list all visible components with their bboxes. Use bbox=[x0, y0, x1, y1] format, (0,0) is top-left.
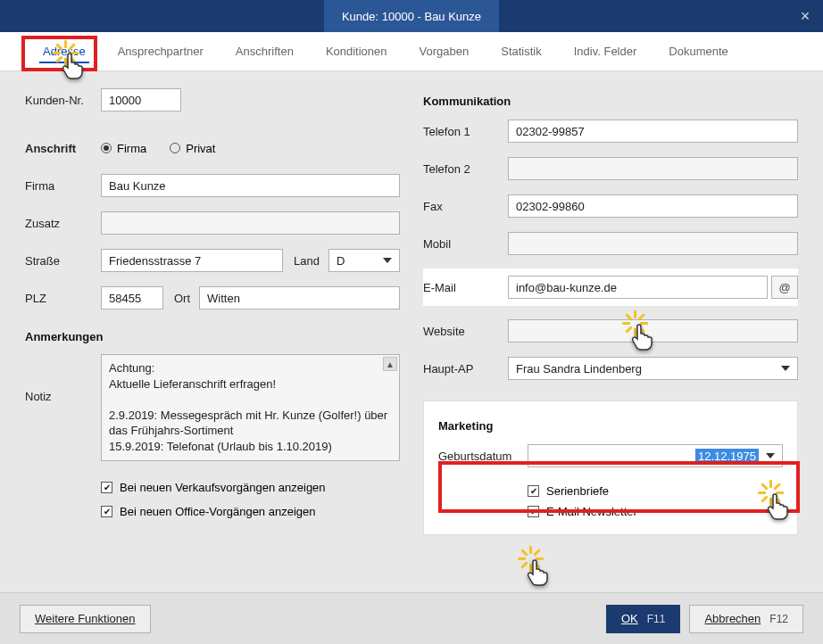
kunden-nr-field[interactable]: 10000 bbox=[101, 88, 181, 111]
zusatz-field[interactable] bbox=[101, 211, 400, 235]
caret-down-icon bbox=[781, 366, 790, 371]
ok-label: OK bbox=[621, 612, 638, 625]
close-icon[interactable]: × bbox=[787, 0, 823, 32]
label-zusatz: Zusatz bbox=[25, 217, 101, 230]
geburtsdatum-value: 12.12.1975 bbox=[695, 449, 759, 464]
tab-vorgaben[interactable]: Vorgaben bbox=[403, 32, 486, 70]
marketing-heading: Marketing bbox=[438, 419, 783, 433]
haupt-ap-value: Frau Sandra Lindenberg bbox=[516, 362, 642, 376]
caret-down-icon bbox=[766, 453, 775, 458]
anmerkungen-heading: Anmerkungen bbox=[25, 330, 400, 343]
scroll-up-icon[interactable]: ▲ bbox=[383, 357, 397, 371]
tab-indiv-felder[interactable]: Indiv. Felder bbox=[558, 32, 653, 70]
label-mobil: Mobil bbox=[423, 237, 508, 251]
tab-ansprechpartner[interactable]: Ansprechpartner bbox=[102, 32, 220, 70]
label-haupt-ap: Haupt-AP bbox=[423, 362, 508, 376]
plz-field[interactable]: 58455 bbox=[101, 286, 163, 310]
left-column: Kunden-Nr. 10000 Anschrift Firma Privat … bbox=[25, 87, 400, 585]
tab-adresse[interactable]: Adresse bbox=[27, 32, 102, 70]
titlebar: Kunde: 10000 - Bau Kunze × bbox=[0, 0, 823, 32]
marketing-section: Marketing Geburtsdatum 12.12.1975 Serien… bbox=[423, 400, 798, 535]
label-notiz: Notiz bbox=[25, 354, 101, 403]
radio-dot-icon bbox=[101, 143, 112, 153]
tab-statistik[interactable]: Statistik bbox=[485, 32, 558, 70]
strasse-field[interactable]: Friedensstrasse 7 bbox=[101, 249, 283, 272]
firma-field[interactable]: Bau Kunze bbox=[101, 174, 400, 197]
customer-window: Kunde: 10000 - Bau Kunze × Adresse Anspr… bbox=[0, 0, 823, 644]
chk-serienbriefe-label: Serienbriefe bbox=[546, 484, 609, 498]
chk-serienbriefe[interactable] bbox=[528, 485, 539, 497]
form-body: Kunden-Nr. 10000 Anschrift Firma Privat … bbox=[0, 71, 823, 592]
window-title: Kunde: 10000 - Bau Kunze bbox=[324, 0, 499, 32]
chk-newsletter[interactable] bbox=[528, 506, 539, 517]
anschrift-radio-group: Firma Privat bbox=[101, 142, 215, 155]
land-value: D bbox=[337, 254, 345, 268]
label-land: Land bbox=[294, 254, 320, 268]
label-telefon1: Telefon 1 bbox=[423, 125, 508, 138]
label-telefon2: Telefon 2 bbox=[423, 162, 508, 176]
notiz-textarea[interactable] bbox=[101, 354, 400, 461]
kommunikation-heading: Kommunikation bbox=[423, 95, 798, 108]
chk-verkaufsvorgaenge-label: Bei neuen Verkaufsvorgängen anzeigen bbox=[120, 481, 326, 494]
radio-privat-label: Privat bbox=[186, 142, 215, 155]
tab-bar: Adresse Ansprechpartner Anschriften Kond… bbox=[0, 32, 823, 71]
tab-dokumente[interactable]: Dokumente bbox=[653, 32, 744, 70]
radio-dot-icon bbox=[170, 143, 180, 153]
label-website: Website bbox=[423, 325, 508, 338]
right-column: Kommunikation Telefon 1 02302-99857 Tele… bbox=[423, 87, 798, 585]
telefon1-field[interactable]: 02302-99857 bbox=[508, 120, 798, 143]
geburtsdatum-field[interactable]: 12.12.1975 bbox=[528, 444, 783, 467]
label-email: E-Mail bbox=[423, 281, 508, 294]
ok-shortcut: F11 bbox=[647, 613, 666, 625]
radio-privat[interactable]: Privat bbox=[170, 142, 215, 155]
ok-button[interactable]: OKF11 bbox=[606, 605, 680, 633]
abbrechen-shortcut: F12 bbox=[769, 613, 788, 625]
haupt-ap-select[interactable]: Frau Sandra Lindenberg bbox=[508, 357, 798, 380]
ort-field[interactable]: Witten bbox=[199, 286, 400, 310]
tab-anschriften[interactable]: Anschriften bbox=[220, 32, 310, 70]
caret-down-icon bbox=[383, 258, 392, 263]
weitere-funktionen-button[interactable]: Weitere Funktionen bbox=[20, 605, 151, 633]
radio-firma-label: Firma bbox=[117, 142, 146, 155]
label-anschrift: Anschrift bbox=[25, 142, 101, 155]
abbrechen-button[interactable]: AbbrechenF12 bbox=[689, 605, 803, 633]
website-field[interactable] bbox=[508, 319, 798, 343]
label-fax: Fax bbox=[423, 200, 508, 213]
chk-newsletter-label: E-Mail Newsletter bbox=[546, 505, 637, 518]
label-strasse: Straße bbox=[25, 254, 101, 268]
at-icon: @ bbox=[778, 281, 790, 294]
label-ort: Ort bbox=[174, 292, 190, 305]
chk-verkaufsvorgaenge[interactable] bbox=[101, 482, 112, 493]
radio-firma[interactable]: Firma bbox=[101, 142, 146, 155]
label-kunden-nr: Kunden-Nr. bbox=[25, 94, 101, 107]
mobil-field[interactable] bbox=[508, 232, 798, 255]
fax-field[interactable]: 02302-99860 bbox=[508, 194, 798, 218]
footer: Weitere Funktionen OKF11 AbbrechenF12 bbox=[0, 592, 823, 644]
abbrechen-label: Abbrechen bbox=[704, 612, 761, 625]
email-field[interactable]: info@bau-kunze.de bbox=[508, 276, 768, 299]
at-button[interactable]: @ bbox=[771, 276, 798, 299]
chk-office-vorgaenge-label: Bei neuen Office-Vorgängen anzeigen bbox=[120, 505, 315, 518]
label-geburtsdatum: Geburtsdatum bbox=[438, 450, 528, 463]
telefon2-field[interactable] bbox=[508, 157, 798, 180]
chk-office-vorgaenge[interactable] bbox=[101, 506, 112, 517]
label-plz: PLZ bbox=[25, 292, 101, 305]
tab-konditionen[interactable]: Konditionen bbox=[310, 32, 403, 70]
land-select[interactable]: D bbox=[328, 249, 400, 272]
weitere-funktionen-label: Weitere Funktionen bbox=[35, 612, 136, 625]
label-firma: Firma bbox=[25, 179, 101, 193]
